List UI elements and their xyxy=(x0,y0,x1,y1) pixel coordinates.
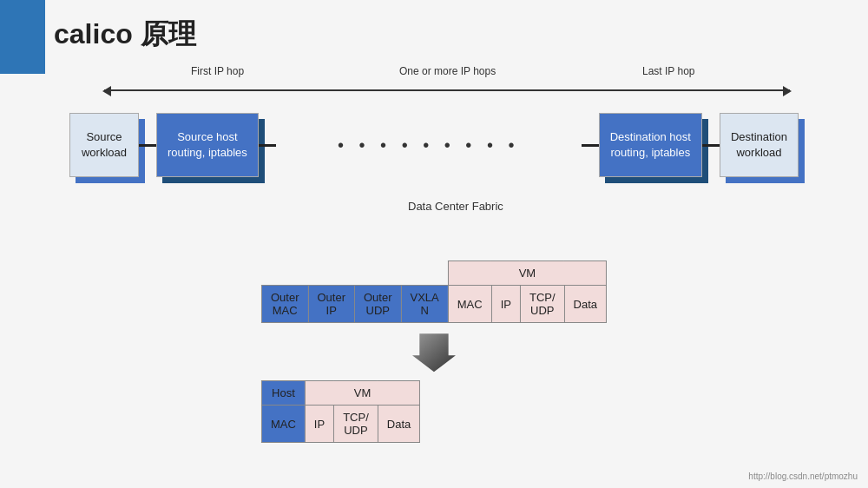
packet-section: VM OuterMAC OuterIP OuterUDP VXLAN MAC I… xyxy=(261,260,607,443)
main-arrow xyxy=(104,89,790,91)
source-workload-line2: workload xyxy=(82,146,127,159)
vm-header: VM xyxy=(448,261,606,286)
vxlan-packet-table: VM OuterMAC OuterIP OuterUDP VXLAN MAC I… xyxy=(261,260,607,323)
host-tcp-udp-cell: TCP/UDP xyxy=(334,406,378,443)
down-arrow-icon xyxy=(412,330,456,373)
vm-data-cell: Data xyxy=(564,286,606,323)
host-mac-cell: MAC xyxy=(261,406,305,443)
last-hop-label: Last IP hop xyxy=(642,65,695,77)
outer-ip-cell: OuterIP xyxy=(308,286,355,323)
host-data-cell: Data xyxy=(378,406,419,443)
source-host-wrapper: Source host routing, iptables xyxy=(156,113,259,177)
source-workload-box: Source workload xyxy=(69,113,139,177)
dest-workload-line1: Destination xyxy=(731,130,787,143)
vm-mac-cell: MAC xyxy=(448,286,491,323)
middle-hops-label: One or more IP hops xyxy=(399,65,496,77)
first-hop-label: First IP hop xyxy=(191,65,244,77)
dest-workload-wrapper: Destination workload xyxy=(720,113,799,177)
source-workload-line1: Source xyxy=(86,130,122,143)
dots: • • • • • • • • • xyxy=(338,135,519,155)
connector-1 xyxy=(139,144,156,147)
connector-3 xyxy=(582,144,599,147)
dest-host-wrapper: Destination host routing, iptables xyxy=(599,113,702,177)
source-host-box: Source host routing, iptables xyxy=(156,113,259,177)
source-workload-wrapper: Source workload xyxy=(69,113,139,177)
outer-udp-cell: OuterUDP xyxy=(354,286,401,323)
dest-host-box: Destination host routing, iptables xyxy=(599,113,702,177)
vm-header-2: VM xyxy=(305,381,419,406)
connector-4 xyxy=(702,144,720,147)
accent-bar xyxy=(0,0,45,74)
dest-host-line1: Destination host xyxy=(610,130,691,143)
simplified-packet-table: Host VM MAC IP TCP/UDP Data xyxy=(261,380,438,443)
outer-mac-cell: OuterMAC xyxy=(261,286,308,323)
vm-ip-cell: IP xyxy=(491,286,520,323)
page-title: calico 原理 xyxy=(54,16,196,54)
vxlan-cell: VXLAN xyxy=(401,286,448,323)
network-diagram: First IP hop One or more IP hops Last IP… xyxy=(69,65,799,239)
dest-workload-line2: workload xyxy=(736,146,781,159)
data-center-label: Data Center Fabric xyxy=(408,200,503,213)
host-ip-cell: IP xyxy=(305,406,333,443)
host-header: Host xyxy=(261,381,305,406)
watermark: http://blog.csdn.net/ptmozhu xyxy=(748,472,858,481)
nodes-row: Source workload Source host routing, ipt… xyxy=(69,113,799,177)
dest-host-line2: routing, iptables xyxy=(610,146,690,159)
dest-workload-box: Destination workload xyxy=(720,113,799,177)
source-host-line1: Source host xyxy=(177,130,237,143)
dots-area: • • • • • • • • • xyxy=(276,135,582,155)
down-arrow-container xyxy=(261,330,607,373)
source-host-line2: routing, iptables xyxy=(168,146,247,159)
vm-tcp-udp-cell: TCP/UDP xyxy=(520,286,564,323)
connector-2 xyxy=(259,144,276,147)
svg-marker-0 xyxy=(412,333,456,372)
